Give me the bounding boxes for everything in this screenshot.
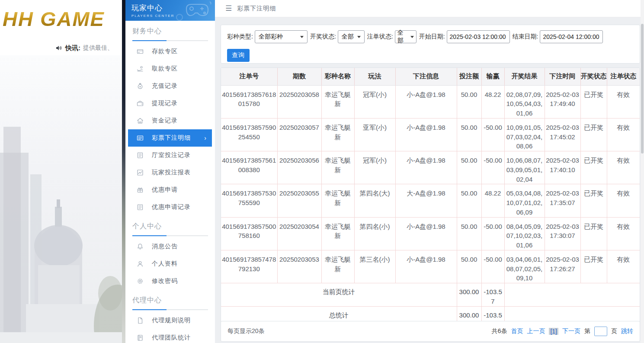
bet-status-label: 注单状态: <box>367 33 393 41</box>
section-title-finance: 财务中心 <box>125 27 215 36</box>
col-header: 注单状态 <box>607 68 640 85</box>
sidebar-subtitle: PLAYERS CENTER <box>131 14 215 18</box>
bell-icon <box>137 243 144 250</box>
left-panel: HH GAME 快讯: 提供最佳、 <box>0 0 125 343</box>
wallet-icon <box>137 100 144 107</box>
section-title-personal: 个人中心 <box>125 222 215 231</box>
scrollbar-thumb[interactable] <box>641 24 644 154</box>
start-date-label: 开始日期: <box>419 33 445 41</box>
sidebar-item-deposit[interactable]: 存款专区 <box>125 43 215 60</box>
table-row: 40156917385750075816020250203054 幸运飞艇新第四… <box>221 217 640 250</box>
table-row: 40156917385747879213020250203053 幸运飞艇新第三… <box>221 250 640 283</box>
withdraw-hand-icon <box>137 65 144 72</box>
table-row: 40156917385753075559020250203055 幸运飞艇新第四… <box>221 184 640 217</box>
gamepad-icon <box>173 1 212 21</box>
section-title-agent: 代理中心 <box>125 296 215 305</box>
ticker-label: 快讯: <box>65 44 80 52</box>
sidebar-item-bet-details[interactable]: 彩票下注明细 <box>128 129 212 147</box>
gear-icon <box>137 278 144 285</box>
section-underline <box>132 235 208 236</box>
report-chart-icon <box>137 169 144 176</box>
moneybag-icon <box>137 83 144 90</box>
sidebar-item-withdraw-zone[interactable]: 取款专区 <box>125 60 215 77</box>
sidebar-item-promo-apply-record[interactable]: 优惠申请记录 <box>125 199 215 216</box>
page-summary-label: 当前页统计 <box>221 283 457 307</box>
jump-label-pre: 第 <box>584 327 590 335</box>
sidebar-item-agent-team-stats[interactable]: 代理团队统计 <box>125 329 215 343</box>
col-header: 开奖结果 <box>504 68 545 85</box>
jump-page-input[interactable] <box>594 327 607 336</box>
sidebar-header: 玩家中心 PLAYERS CENTER <box>125 0 215 21</box>
draw-status-select[interactable]: 全部 <box>338 30 365 43</box>
col-header: 投注额 <box>457 68 481 85</box>
topbar: 彩票下注明细 <box>215 0 644 17</box>
sidebar-item-funds-record[interactable]: 资金记录 <box>125 112 215 129</box>
doc-icon <box>137 317 144 324</box>
page-summary-row: 当前页统计 300.00 -103.57 <box>221 283 640 307</box>
sidebar-item-promo-apply[interactable]: 优惠申请 <box>125 181 215 199</box>
sidebar-item-recharge-record[interactable]: 充值记录 <box>125 77 215 95</box>
col-header: 彩种名称 <box>321 68 354 85</box>
jump-link[interactable]: 跳转 <box>621 327 633 335</box>
promo-records-icon <box>137 204 144 211</box>
bet-list-icon <box>137 135 144 141</box>
draw-status-label: 开奖状态: <box>310 33 336 41</box>
sidebar-item-messages[interactable]: 消息公告 <box>125 238 215 255</box>
table-row: 40156917385756100838020250203056 幸运飞艇新冠军… <box>221 151 640 184</box>
chevron-down-icon <box>300 36 304 38</box>
capitol-background-image <box>0 55 125 343</box>
section-underline <box>132 309 208 310</box>
per-page-label: 每页显示20条 <box>227 327 265 335</box>
chevron-down-icon <box>410 36 414 38</box>
section-finance: 财务中心 存款专区 取款专区 充值记录 提现记录 资金记录 彩票下注明细 厅室投… <box>125 21 215 216</box>
bet-table-card: 注单号 期数 彩种名称 玩法 下注信息 投注额 输赢 开奖结果 下注时间 开奖状… <box>221 67 640 330</box>
hamburger-icon[interactable] <box>225 4 232 13</box>
sidebar-item-hall-bet-records[interactable]: 厅室投注记录 <box>125 147 215 164</box>
table-row: 40156917385761801578020250203058 幸运飞艇新冠军… <box>221 85 640 118</box>
first-page-link[interactable]: 首页 <box>511 327 523 335</box>
query-button[interactable]: 查询 <box>227 49 250 62</box>
lottery-type-select[interactable]: 全部彩种 <box>255 30 308 43</box>
pagination-bar: 每页显示20条 共6条 首页 上一页 [1] 下一页 第 页 跳转 <box>221 321 640 342</box>
col-header: 注单号 <box>221 68 277 85</box>
sidebar: 玩家中心 PLAYERS CENTER 财务中心 存款专区 取款专区 充值记录 … <box>125 0 215 343</box>
news-ticker: 快讯: 提供最佳、 <box>55 43 125 53</box>
current-page: [1] <box>549 328 558 335</box>
book-icon <box>137 334 144 341</box>
bet-table: 注单号 期数 彩种名称 玩法 下注信息 投注额 输赢 开奖结果 下注时间 开奖状… <box>221 68 640 329</box>
prev-page-link[interactable]: 上一页 <box>527 327 545 335</box>
sidebar-item-agent-rules[interactable]: 代理规则说明 <box>125 312 215 329</box>
sidebar-item-change-password[interactable]: 修改密码 <box>125 272 215 290</box>
col-header: 下注信息 <box>395 68 457 85</box>
col-header: 玩法 <box>354 68 395 85</box>
page-title: 彩票下注明细 <box>237 5 276 13</box>
section-underline <box>132 40 208 41</box>
sidebar-item-profile[interactable]: 个人资料 <box>125 255 215 272</box>
bet-status-select[interactable]: 全部 <box>395 30 417 43</box>
user-icon <box>137 260 144 267</box>
col-header: 开奖状态 <box>580 68 607 85</box>
next-page-link[interactable]: 下一页 <box>562 327 580 335</box>
hall-records-icon <box>137 152 144 159</box>
filter-panel: 彩种类型: 全部彩种 开奖状态: 全部 注单状态: 全部 开始日期: 结束日期:… <box>221 25 640 64</box>
chevron-right-icon <box>204 135 212 141</box>
jump-label-post: 页 <box>611 327 617 335</box>
funds-house-icon <box>137 117 144 124</box>
sidebar-item-withdraw-record[interactable]: 提现记录 <box>125 95 215 112</box>
total-count: 共6条 <box>492 327 507 335</box>
section-personal: 个人中心 消息公告 个人资料 修改密码 <box>125 216 215 290</box>
table-header-row: 注单号 期数 彩种名称 玩法 下注信息 投注额 输赢 开奖结果 下注时间 开奖状… <box>221 68 640 85</box>
col-header: 期数 <box>277 68 321 85</box>
gift-icon <box>137 186 144 193</box>
start-date-input[interactable] <box>447 30 510 43</box>
end-date-input[interactable] <box>540 30 603 43</box>
col-header: 输赢 <box>481 68 504 85</box>
lottery-type-label: 彩种类型: <box>227 33 253 41</box>
page-scrollbar[interactable] <box>641 0 644 343</box>
sidebar-item-player-bet-report[interactable]: 玩家投注报表 <box>125 164 215 181</box>
end-date-label: 结束日期: <box>513 33 538 41</box>
main-content: 彩票下注明细 彩种类型: 全部彩种 开奖状态: 全部 注单状态: 全部 开始日期… <box>215 0 644 343</box>
ticker-text: 提供最佳、 <box>83 44 113 52</box>
section-agent: 代理中心 代理规则说明 代理团队统计 <box>125 290 215 343</box>
site-logo: HH GAME <box>3 7 105 31</box>
